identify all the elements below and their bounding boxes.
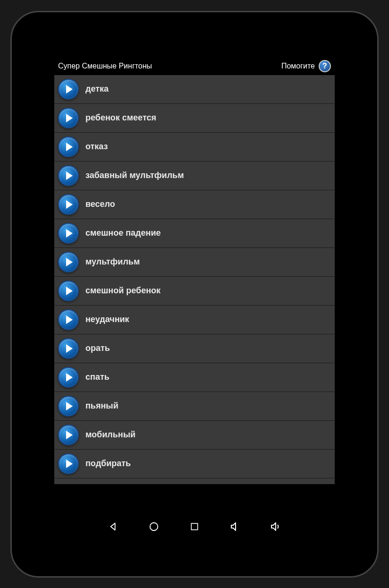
play-icon[interactable] [58, 281, 79, 301]
play-icon[interactable] [58, 338, 79, 359]
play-icon[interactable] [58, 252, 79, 273]
list-item[interactable]: пьяный [54, 392, 335, 421]
back-button[interactable] [107, 520, 120, 533]
play-icon[interactable] [58, 136, 79, 157]
ringtone-label: отказ [85, 142, 108, 152]
list-item[interactable]: весело [54, 190, 335, 219]
list-item[interactable]: отказ [54, 133, 335, 162]
play-icon[interactable] [58, 425, 79, 445]
play-icon[interactable] [58, 194, 79, 215]
header-right: Помогите ? [281, 60, 331, 72]
play-icon[interactable] [58, 367, 79, 388]
ringtone-label: ребенок смеется [85, 113, 156, 123]
help-label[interactable]: Помогите [281, 62, 315, 70]
tablet-frame: Супер Смешные Рингтоны Помогите ? деткар… [10, 11, 379, 578]
ringtone-label: мобильный [85, 430, 135, 440]
ringtone-label: подбирать [85, 459, 131, 469]
play-icon[interactable] [58, 309, 79, 330]
recent-apps-button[interactable] [188, 520, 201, 533]
ringtone-label: смешное падение [85, 228, 161, 238]
ringtone-list[interactable]: деткаребенок смеетсяотказзабавный мультф… [54, 75, 335, 484]
play-icon[interactable] [58, 79, 79, 100]
volume-up-button[interactable] [269, 520, 282, 533]
list-item[interactable]: смешной ребенок [54, 277, 335, 306]
ringtone-label: пьяный [85, 401, 118, 411]
list-item[interactable]: мобильный [54, 421, 335, 450]
play-icon[interactable] [58, 165, 79, 186]
play-icon[interactable] [58, 223, 79, 244]
list-item[interactable]: забавный мультфильм [54, 162, 335, 190]
app-header: Супер Смешные Рингтоны Помогите ? [54, 57, 335, 75]
ringtone-label: неудачник [85, 315, 129, 324]
list-item[interactable]: детка [54, 75, 335, 104]
help-icon[interactable]: ? [319, 60, 331, 72]
ringtone-label: забавный мультфильм [85, 170, 184, 180]
play-icon[interactable] [58, 453, 79, 474]
svg-point-0 [150, 522, 158, 530]
list-item[interactable]: ребенок смеется [54, 104, 335, 133]
list-item[interactable]: смешное падение [54, 219, 335, 248]
list-item[interactable]: орать [54, 334, 335, 363]
home-button[interactable] [147, 520, 161, 533]
ringtone-label: орать [85, 343, 110, 353]
navigation-bar [54, 512, 335, 541]
volume-down-button[interactable] [228, 520, 242, 533]
ringtone-label: весело [85, 199, 115, 209]
play-icon[interactable] [58, 396, 79, 417]
ringtone-label: спать [85, 372, 110, 382]
ringtone-label: смешной ребенок [85, 286, 161, 296]
screen: Супер Смешные Рингтоны Помогите ? деткар… [54, 57, 335, 484]
ringtone-label: мультфильм [85, 257, 140, 267]
ringtone-label: детка [85, 84, 109, 94]
svg-rect-1 [191, 523, 197, 529]
list-item[interactable]: неудачник [54, 306, 335, 334]
list-item[interactable]: мультфильм [54, 248, 335, 277]
list-item[interactable]: подбирать [54, 450, 335, 478]
app-title: Супер Смешные Рингтоны [58, 62, 152, 70]
play-icon[interactable] [58, 108, 79, 128]
list-item[interactable]: спать [54, 363, 335, 392]
